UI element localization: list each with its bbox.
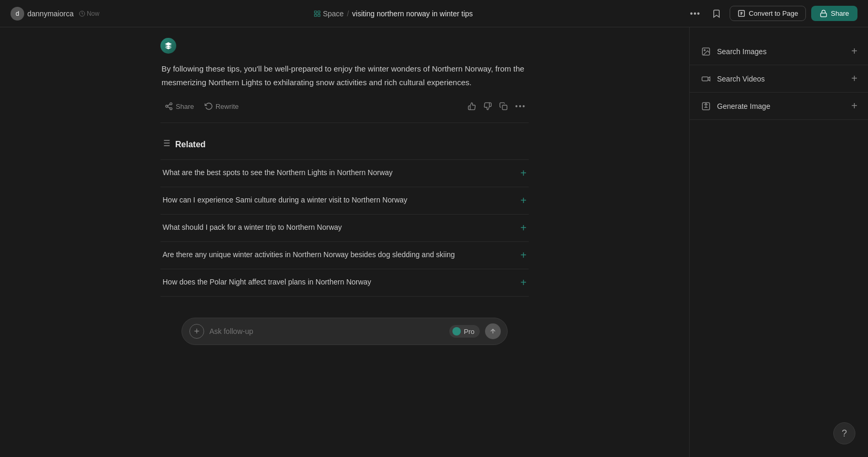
pro-label: Pro xyxy=(464,328,475,336)
svg-point-12 xyxy=(170,108,172,110)
help-button[interactable]: ? xyxy=(833,422,855,444)
add-context-button[interactable]: + xyxy=(189,324,204,339)
space-label: Space xyxy=(323,9,344,18)
svg-rect-4 xyxy=(318,14,320,16)
svg-point-11 xyxy=(166,105,168,107)
ai-avatar xyxy=(160,38,176,54)
related-item[interactable]: How can I experience Sami culture during… xyxy=(160,187,529,214)
search-videos-item[interactable]: Search Videos + xyxy=(690,65,868,93)
search-images-label: Search Images xyxy=(717,47,766,56)
related-item-text: How can I experience Sami culture during… xyxy=(163,195,514,206)
convert-to-page-button[interactable]: Convert to Page xyxy=(730,6,806,21)
rewrite-button[interactable]: Rewrite xyxy=(200,99,243,113)
nav-left: d dannymaiorca Now xyxy=(11,7,99,21)
content-area: By following these tips, you'll be well-… xyxy=(0,27,689,457)
svg-rect-2 xyxy=(318,11,320,13)
svg-rect-1 xyxy=(314,11,316,13)
right-sidebar: Search Images + Search Videos + Generate… xyxy=(689,27,868,457)
related-icon xyxy=(160,138,171,151)
action-btn-right: ••• xyxy=(465,99,529,113)
bookmark-button[interactable] xyxy=(709,6,724,22)
related-item[interactable]: How does the Polar Night affect travel p… xyxy=(160,269,529,297)
svg-point-24 xyxy=(704,49,705,50)
send-button[interactable] xyxy=(485,323,501,339)
space-link[interactable]: Space xyxy=(314,9,344,18)
svg-line-14 xyxy=(168,104,170,106)
related-item[interactable]: What should I pack for a winter trip to … xyxy=(160,214,529,241)
more-button[interactable]: ••• xyxy=(687,6,704,22)
svg-rect-3 xyxy=(314,14,316,16)
nav-right: ••• Convert to Page Share xyxy=(687,6,857,22)
main-layout: By following these tips, you'll be well-… xyxy=(0,27,868,457)
timestamp: Now xyxy=(79,10,99,17)
username: dannymaiorca xyxy=(27,9,74,18)
rewrite-label: Rewrite xyxy=(216,103,239,110)
thumbs-up-button[interactable] xyxy=(465,99,479,113)
search-images-icon xyxy=(700,46,712,57)
related-item-plus: + xyxy=(520,249,527,261)
search-videos-label: Search Videos xyxy=(717,75,765,83)
search-videos-plus: + xyxy=(851,73,857,85)
user-info: d dannymaiorca xyxy=(11,7,74,21)
svg-marker-26 xyxy=(708,77,710,81)
share-label: Share xyxy=(176,103,194,110)
svg-rect-25 xyxy=(702,77,708,81)
related-list: What are the best spots to see the North… xyxy=(160,159,529,297)
search-images-plus: + xyxy=(851,45,857,57)
search-videos-icon xyxy=(700,73,712,85)
related-item[interactable]: What are the best spots to see the North… xyxy=(160,159,529,187)
avatar: d xyxy=(11,7,24,21)
generate-image-item[interactable]: Generate Image + xyxy=(690,93,868,120)
related-item-text: Are there any unique winter activities i… xyxy=(163,249,514,260)
sidebar-item-left: Generate Image xyxy=(700,100,770,112)
follow-up-input[interactable] xyxy=(209,327,444,336)
action-bar: Share Rewrite xyxy=(160,99,529,123)
svg-rect-15 xyxy=(502,105,507,110)
page-title: visiting northern norway in winter tips xyxy=(352,9,473,18)
main-content: By following these tips, you'll be well-… xyxy=(139,27,550,356)
generate-image-plus: + xyxy=(851,100,857,112)
generate-image-label: Generate Image xyxy=(717,102,770,110)
related-item-plus: + xyxy=(520,222,527,234)
toggle-dot xyxy=(452,327,461,336)
ai-avatar-row xyxy=(160,38,529,54)
related-item-text: What are the best spots to see the North… xyxy=(163,167,514,178)
related-title: Related xyxy=(175,140,206,149)
related-item-text: What should I pack for a winter trip to … xyxy=(163,222,514,233)
bottom-bar: + Pro xyxy=(160,309,529,356)
copy-button[interactable] xyxy=(497,99,510,113)
related-item-plus: + xyxy=(520,167,527,179)
svg-line-13 xyxy=(168,107,170,108)
sidebar-item-left: Search Images xyxy=(700,46,766,57)
summary-text: By following these tips, you'll be well-… xyxy=(160,62,529,89)
search-images-item[interactable]: Search Images + xyxy=(690,38,868,65)
share-action-button[interactable]: Share xyxy=(160,99,198,113)
svg-point-10 xyxy=(170,103,172,105)
svg-rect-9 xyxy=(821,13,826,17)
pro-toggle[interactable]: Pro xyxy=(449,325,480,338)
related-item-text: How does the Polar Night affect travel p… xyxy=(163,277,514,288)
input-container: + Pro xyxy=(181,318,508,345)
sidebar-item-left: Search Videos xyxy=(700,73,765,85)
convert-label: Convert to Page xyxy=(749,9,798,17)
share-nav-label: Share xyxy=(831,9,849,17)
share-button[interactable]: Share xyxy=(811,6,857,21)
related-item-plus: + xyxy=(520,277,527,289)
breadcrumb-separator: / xyxy=(347,9,349,18)
top-nav: d dannymaiorca Now Space / visiting nort… xyxy=(0,0,868,27)
related-header: Related xyxy=(160,138,529,151)
nav-center: Space / visiting northern norway in wint… xyxy=(314,9,473,18)
more-actions-button[interactable]: ••• xyxy=(512,99,529,113)
generate-image-icon xyxy=(700,100,712,112)
related-item-plus: + xyxy=(520,195,527,207)
related-section: Related What are the best spots to see t… xyxy=(160,138,529,297)
related-item[interactable]: Are there any unique winter activities i… xyxy=(160,241,529,269)
ai-response-block: By following these tips, you'll be well-… xyxy=(160,38,529,123)
thumbs-down-button[interactable] xyxy=(481,99,494,113)
